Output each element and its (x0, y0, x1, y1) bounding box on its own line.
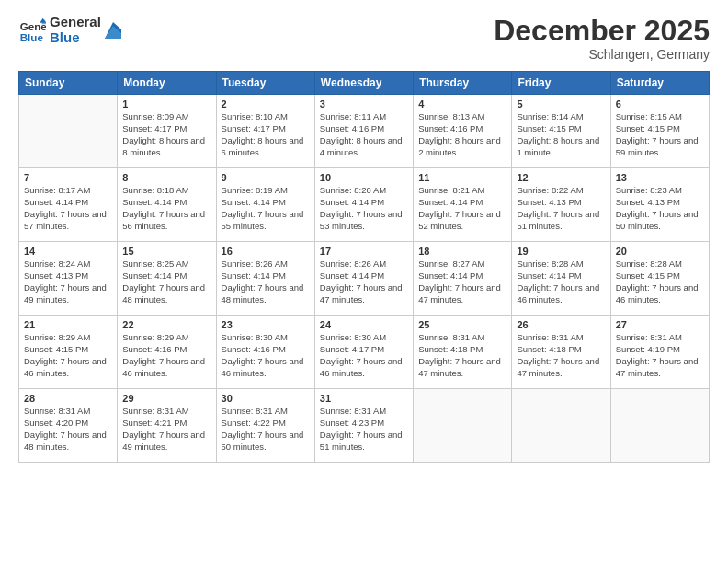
calendar-cell: 13Sunrise: 8:23 AMSunset: 4:13 PMDayligh… (610, 168, 709, 242)
calendar-cell: 9Sunrise: 8:19 AMSunset: 4:14 PMDaylight… (216, 168, 314, 242)
calendar-cell: 6Sunrise: 8:15 AMSunset: 4:15 PMDaylight… (610, 95, 709, 168)
calendar-cell: 7Sunrise: 8:17 AMSunset: 4:14 PMDaylight… (19, 168, 118, 242)
calendar-cell: 31Sunrise: 8:31 AMSunset: 4:23 PMDayligh… (314, 389, 413, 463)
calendar-cell: 2Sunrise: 8:10 AMSunset: 4:17 PMDaylight… (216, 95, 314, 168)
calendar-cell: 23Sunrise: 8:30 AMSunset: 4:16 PMDayligh… (216, 316, 314, 389)
calendar-cell: 22Sunrise: 8:29 AMSunset: 4:16 PMDayligh… (118, 316, 216, 389)
calendar-week-1: 1Sunrise: 8:09 AMSunset: 4:17 PMDaylight… (19, 95, 710, 168)
day-number: 18 (418, 246, 506, 257)
calendar-week-2: 7Sunrise: 8:17 AMSunset: 4:14 PMDaylight… (19, 168, 710, 242)
day-number: 10 (320, 172, 408, 183)
day-info: Sunrise: 8:27 AMSunset: 4:14 PMDaylight:… (418, 259, 506, 305)
calendar-cell: 25Sunrise: 8:31 AMSunset: 4:18 PMDayligh… (414, 316, 512, 389)
day-info: Sunrise: 8:31 AMSunset: 4:19 PMDaylight:… (616, 332, 704, 379)
calendar-cell: 1Sunrise: 8:09 AMSunset: 4:17 PMDaylight… (118, 95, 216, 168)
calendar-cell: 26Sunrise: 8:31 AMSunset: 4:18 PMDayligh… (512, 316, 610, 389)
calendar-cell: 29Sunrise: 8:31 AMSunset: 4:21 PMDayligh… (118, 389, 216, 463)
day-number: 28 (24, 393, 112, 404)
day-info: Sunrise: 8:23 AMSunset: 4:13 PMDaylight:… (616, 185, 704, 232)
day-number: 19 (517, 246, 605, 257)
day-info: Sunrise: 8:29 AMSunset: 4:15 PMDaylight:… (24, 332, 112, 379)
day-number: 5 (517, 98, 605, 109)
svg-text:Blue: Blue (20, 30, 44, 42)
location: Schlangen, Germany (494, 47, 710, 62)
day-info: Sunrise: 8:14 AMSunset: 4:15 PMDaylight:… (517, 111, 605, 158)
day-info: Sunrise: 8:30 AMSunset: 4:17 PMDaylight:… (320, 332, 408, 379)
day-number: 6 (616, 98, 704, 109)
day-info: Sunrise: 8:22 AMSunset: 4:13 PMDaylight:… (517, 185, 605, 232)
calendar-page: General Blue General Blue December 2025 … (0, 0, 728, 563)
calendar-cell (19, 95, 118, 168)
weekday-header-row: SundayMondayTuesdayWednesdayThursdayFrid… (19, 72, 710, 95)
day-info: Sunrise: 8:17 AMSunset: 4:14 PMDaylight:… (24, 185, 112, 232)
day-info: Sunrise: 8:18 AMSunset: 4:14 PMDaylight:… (122, 185, 210, 232)
day-number: 14 (24, 246, 112, 257)
calendar-cell: 20Sunrise: 8:28 AMSunset: 4:15 PMDayligh… (610, 242, 709, 316)
day-number: 15 (122, 246, 210, 257)
day-info: Sunrise: 8:26 AMSunset: 4:14 PMDaylight:… (320, 259, 408, 305)
calendar-week-5: 28Sunrise: 8:31 AMSunset: 4:20 PMDayligh… (19, 389, 710, 463)
day-info: Sunrise: 8:20 AMSunset: 4:14 PMDaylight:… (320, 185, 408, 232)
day-number: 24 (320, 319, 408, 330)
day-info: Sunrise: 8:31 AMSunset: 4:23 PMDaylight:… (320, 406, 408, 453)
day-number: 30 (222, 393, 310, 404)
day-number: 25 (418, 319, 506, 330)
day-info: Sunrise: 8:31 AMSunset: 4:18 PMDaylight:… (517, 332, 605, 379)
day-number: 21 (24, 319, 112, 330)
day-info: Sunrise: 8:29 AMSunset: 4:16 PMDaylight:… (122, 332, 210, 379)
page-header: General Blue General Blue December 2025 … (18, 15, 710, 62)
day-number: 1 (122, 98, 210, 109)
day-info: Sunrise: 8:25 AMSunset: 4:14 PMDaylight:… (122, 259, 210, 305)
day-info: Sunrise: 8:31 AMSunset: 4:20 PMDaylight:… (24, 406, 112, 453)
calendar-cell: 19Sunrise: 8:28 AMSunset: 4:14 PMDayligh… (512, 242, 610, 316)
logo-blue: Blue (50, 30, 101, 46)
day-number: 20 (616, 246, 704, 257)
day-number: 4 (418, 98, 506, 109)
day-number: 16 (222, 246, 310, 257)
day-number: 13 (616, 172, 704, 183)
calendar-cell: 14Sunrise: 8:24 AMSunset: 4:13 PMDayligh… (19, 242, 118, 316)
calendar-cell: 24Sunrise: 8:30 AMSunset: 4:17 PMDayligh… (314, 316, 413, 389)
weekday-header-tuesday: Tuesday (216, 72, 314, 95)
day-number: 31 (320, 393, 408, 404)
day-info: Sunrise: 8:28 AMSunset: 4:14 PMDaylight:… (517, 259, 605, 305)
calendar-cell (512, 389, 610, 463)
day-info: Sunrise: 8:31 AMSunset: 4:21 PMDaylight:… (122, 406, 210, 453)
calendar-table: SundayMondayTuesdayWednesdayThursdayFrid… (18, 71, 710, 463)
calendar-cell: 4Sunrise: 8:13 AMSunset: 4:16 PMDaylight… (414, 95, 512, 168)
logo: General Blue General Blue (18, 15, 121, 45)
day-info: Sunrise: 8:24 AMSunset: 4:13 PMDaylight:… (24, 259, 112, 305)
day-number: 27 (616, 319, 704, 330)
calendar-cell: 21Sunrise: 8:29 AMSunset: 4:15 PMDayligh… (19, 316, 118, 389)
calendar-cell: 11Sunrise: 8:21 AMSunset: 4:14 PMDayligh… (414, 168, 512, 242)
day-info: Sunrise: 8:19 AMSunset: 4:14 PMDaylight:… (222, 185, 310, 232)
calendar-cell: 30Sunrise: 8:31 AMSunset: 4:22 PMDayligh… (216, 389, 314, 463)
calendar-cell: 3Sunrise: 8:11 AMSunset: 4:16 PMDaylight… (314, 95, 413, 168)
calendar-cell: 18Sunrise: 8:27 AMSunset: 4:14 PMDayligh… (414, 242, 512, 316)
day-info: Sunrise: 8:21 AMSunset: 4:14 PMDaylight:… (418, 185, 506, 232)
day-number: 9 (222, 172, 310, 183)
calendar-cell (414, 389, 512, 463)
calendar-cell: 27Sunrise: 8:31 AMSunset: 4:19 PMDayligh… (610, 316, 709, 389)
day-info: Sunrise: 8:31 AMSunset: 4:18 PMDaylight:… (418, 332, 506, 379)
day-number: 12 (517, 172, 605, 183)
day-info: Sunrise: 8:09 AMSunset: 4:17 PMDaylight:… (122, 111, 210, 158)
day-number: 29 (122, 393, 210, 404)
day-info: Sunrise: 8:31 AMSunset: 4:22 PMDaylight:… (222, 406, 310, 453)
day-info: Sunrise: 8:30 AMSunset: 4:16 PMDaylight:… (222, 332, 310, 379)
calendar-cell (610, 389, 709, 463)
day-number: 7 (24, 172, 112, 183)
day-number: 11 (418, 172, 506, 183)
day-info: Sunrise: 8:13 AMSunset: 4:16 PMDaylight:… (418, 111, 506, 158)
calendar-cell: 28Sunrise: 8:31 AMSunset: 4:20 PMDayligh… (19, 389, 118, 463)
weekday-header-sunday: Sunday (19, 72, 118, 95)
day-number: 2 (222, 98, 310, 109)
day-number: 8 (122, 172, 210, 183)
calendar-week-3: 14Sunrise: 8:24 AMSunset: 4:13 PMDayligh… (19, 242, 710, 316)
day-number: 23 (222, 319, 310, 330)
calendar-cell: 15Sunrise: 8:25 AMSunset: 4:14 PMDayligh… (118, 242, 216, 316)
title-block: December 2025 Schlangen, Germany (494, 15, 710, 62)
month-title: December 2025 (494, 15, 710, 47)
day-info: Sunrise: 8:11 AMSunset: 4:16 PMDaylight:… (320, 111, 408, 158)
calendar-cell: 17Sunrise: 8:26 AMSunset: 4:14 PMDayligh… (314, 242, 413, 316)
